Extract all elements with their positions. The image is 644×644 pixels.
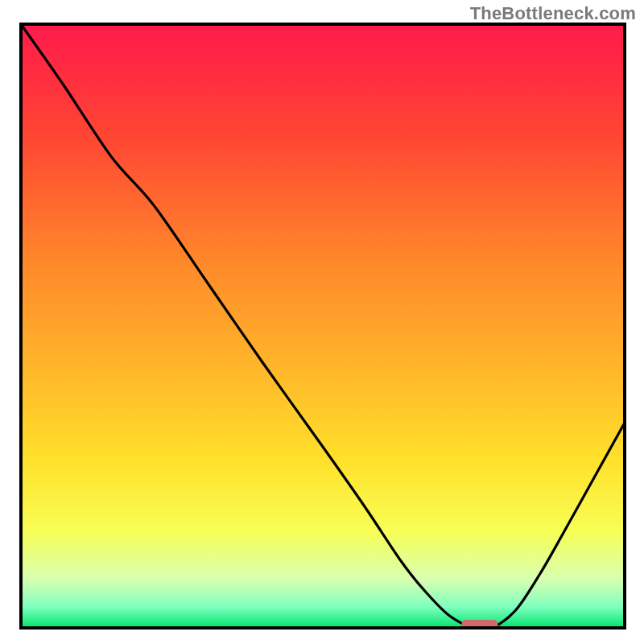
chart-container: TheBottleneck.com: [0, 0, 644, 644]
chart-background: [21, 24, 625, 628]
attribution-label: TheBottleneck.com: [470, 3, 636, 24]
bottleneck-chart: [0, 0, 644, 644]
